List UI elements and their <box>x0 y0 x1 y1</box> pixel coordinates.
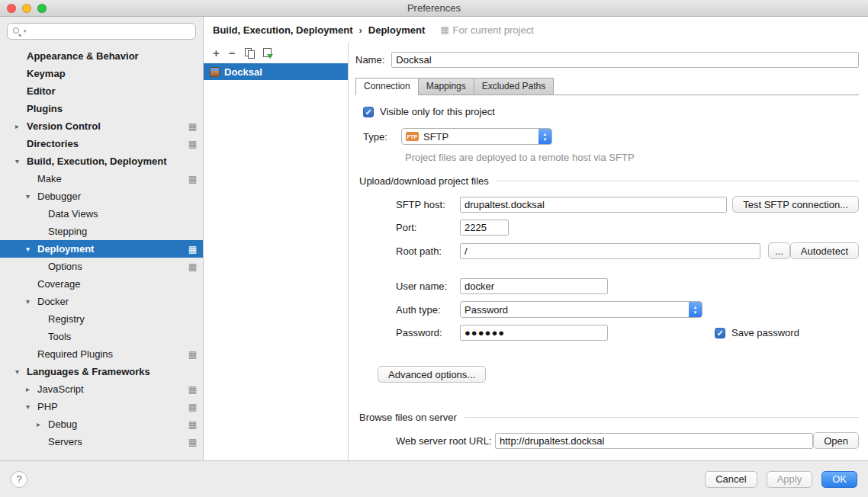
tab-connection[interactable]: Connection <box>355 78 419 95</box>
search-caret-icon: ▾ <box>24 28 27 34</box>
sidebar-item-registry[interactable]: Registry <box>0 310 203 328</box>
help-button[interactable]: ? <box>11 471 27 488</box>
sidebar-item-coverage[interactable]: Coverage <box>0 275 203 293</box>
user-name-label: User name: <box>396 281 460 292</box>
save-password-label: Save password <box>731 327 799 338</box>
server-list-item-docksal[interactable]: Docksal <box>204 63 348 80</box>
current-project-icon: ▦ <box>188 349 197 360</box>
zoom-button[interactable] <box>37 4 47 13</box>
sidebar-item-stepping[interactable]: Stepping <box>0 223 203 240</box>
port-input[interactable] <box>460 220 509 236</box>
breadcrumb-parent[interactable]: Build, Execution, Deployment <box>213 24 352 36</box>
deployment-server-icon <box>210 67 220 77</box>
sidebar-item-javascript[interactable]: ▸ JavaScript ▦ <box>0 380 203 398</box>
sidebar-item-docker[interactable]: ▾ Docker <box>0 293 203 310</box>
breadcrumb: Build, Execution, Deployment › Deploymen… <box>204 17 868 43</box>
browse-section-header: Browse files on server <box>359 412 859 423</box>
type-label: Type: <box>363 131 401 143</box>
sidebar-item-version-control[interactable]: ▸ Version Control ▦ <box>0 117 203 135</box>
sidebar-item-directories[interactable]: Directories ▦ <box>0 135 203 152</box>
server-list-panel: + − Docksal <box>204 43 349 460</box>
open-button[interactable]: Open <box>813 432 859 449</box>
expanded-arrow-icon[interactable]: ▾ <box>26 245 37 253</box>
current-project-icon: ▦ <box>188 244 197 255</box>
root-path-label: Root path: <box>396 245 460 257</box>
connection-tab-content: ✓ Visible only for this project Type: FT… <box>355 95 859 460</box>
expanded-arrow-icon[interactable]: ▾ <box>26 297 37 306</box>
visible-only-checkbox[interactable]: ✓ <box>363 107 374 117</box>
upload-section-title: Upload/download project files <box>359 175 489 187</box>
apply-button[interactable]: Apply <box>767 471 813 488</box>
sidebar-item-debugger[interactable]: ▾ Debugger <box>0 188 203 205</box>
current-project-icon: ▦ <box>188 174 197 184</box>
minimize-button[interactable] <box>22 4 31 13</box>
sidebar-item-appearance-behavior[interactable]: Appearance & Behavior <box>0 47 203 65</box>
sidebar-item-make[interactable]: Make ▦ <box>0 170 203 188</box>
save-password-checkbox[interactable]: ✓ <box>715 328 725 338</box>
tab-mappings[interactable]: Mappings <box>418 78 474 95</box>
collapsed-arrow-icon[interactable]: ▸ <box>15 122 27 130</box>
current-project-icon: ▦ <box>188 261 197 272</box>
sidebar-item-languages-frameworks[interactable]: ▾ Languages & Frameworks <box>0 363 203 380</box>
preferences-window: Preferences ▾ Appearance & Behavior Keym… <box>0 0 868 497</box>
name-input[interactable] <box>391 52 859 68</box>
root-path-input[interactable] <box>460 243 760 259</box>
add-server-button[interactable]: + <box>213 47 220 59</box>
password-input[interactable] <box>460 325 608 341</box>
web-root-label: Web server root URL: <box>396 435 495 447</box>
cancel-button[interactable]: Cancel <box>705 471 757 488</box>
remove-server-button[interactable]: − <box>229 47 236 59</box>
sidebar-item-tools[interactable]: Tools <box>0 328 203 345</box>
sidebar-item-php[interactable]: ▾ PHP ▦ <box>0 398 203 415</box>
web-root-input[interactable] <box>495 433 813 449</box>
upload-section-header: Upload/download project files <box>359 175 859 187</box>
section-divider <box>465 417 859 418</box>
settings-sidebar: ▾ Appearance & Behavior Keymap Editor <box>0 17 204 460</box>
current-project-icon: ▦ <box>188 419 197 430</box>
sidebar-item-plugins[interactable]: Plugins <box>0 100 203 117</box>
sidebar-item-required-plugins[interactable]: Required Plugins ▦ <box>0 345 203 363</box>
sidebar-item-build-execution-deployment[interactable]: ▾ Build, Execution, Deployment <box>0 152 203 170</box>
settings-tree: Appearance & Behavior Keymap Editor Plug… <box>0 43 203 460</box>
sidebar-item-deployment[interactable]: ▾ Deployment ▦ <box>0 240 203 258</box>
expanded-arrow-icon[interactable]: ▾ <box>15 157 27 165</box>
expanded-arrow-icon[interactable]: ▾ <box>15 367 27 376</box>
auth-type-dropdown[interactable]: Password ▲ ▼ <box>460 301 702 318</box>
test-sftp-connection-button[interactable]: Test SFTP connection... <box>732 196 859 213</box>
current-project-icon: ▦ <box>188 384 197 395</box>
sidebar-item-keymap[interactable]: Keymap <box>0 65 203 82</box>
breadcrumb-separator: › <box>358 24 362 36</box>
autodetect-button[interactable]: Autodetect <box>790 242 859 259</box>
current-project-icon: ▦ <box>188 121 197 132</box>
sftp-host-input[interactable] <box>460 197 727 213</box>
collapsed-arrow-icon[interactable]: ▸ <box>37 420 48 428</box>
search-input[interactable] <box>28 26 191 37</box>
type-dropdown[interactable]: FTP SFTP ▲ ▼ <box>401 128 552 145</box>
settings-search[interactable]: ▾ <box>7 23 196 40</box>
collapsed-arrow-icon[interactable]: ▸ <box>26 385 37 393</box>
current-project-icon: ▦ <box>188 437 197 447</box>
deployment-form: Name: Connection Mappings Excluded Paths… <box>349 43 868 460</box>
expanded-arrow-icon[interactable]: ▾ <box>26 402 37 411</box>
titlebar: Preferences <box>0 0 868 17</box>
expanded-arrow-icon[interactable]: ▾ <box>26 192 37 200</box>
ok-button[interactable]: OK <box>821 471 857 488</box>
server-name: Docksal <box>224 66 262 78</box>
current-project-icon: ▦ <box>188 402 197 412</box>
type-value: SFTP <box>423 131 534 143</box>
sidebar-item-options[interactable]: Options ▦ <box>0 258 203 275</box>
sidebar-item-editor[interactable]: Editor <box>0 82 203 100</box>
close-button[interactable] <box>7 4 16 13</box>
tab-excluded-paths[interactable]: Excluded Paths <box>474 78 554 95</box>
sidebar-item-debug[interactable]: ▸ Debug ▦ <box>0 415 203 433</box>
import-server-button[interactable] <box>263 48 272 57</box>
current-project-icon: ▦ <box>188 139 197 149</box>
section-divider <box>497 181 859 181</box>
port-label: Port: <box>396 222 460 233</box>
copy-server-button[interactable] <box>245 48 254 58</box>
advanced-options-button[interactable]: Advanced options... <box>378 366 486 383</box>
sidebar-item-data-views[interactable]: Data Views <box>0 205 203 223</box>
sidebar-item-servers[interactable]: Servers ▦ <box>0 433 203 451</box>
user-name-input[interactable] <box>460 278 608 294</box>
browse-root-path-button[interactable]: ... <box>768 242 790 259</box>
